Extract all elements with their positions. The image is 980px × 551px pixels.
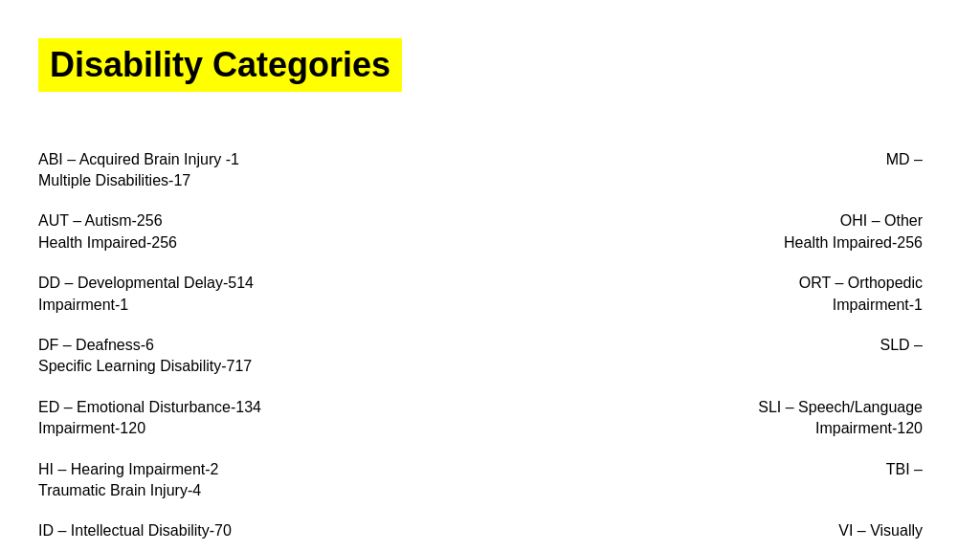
category-right-5: TBI –	[490, 450, 942, 512]
category-right-4: SLI – Speech/LanguageImpairment-120	[490, 387, 942, 450]
page-container: Disability Categories ABI – Acquired Bra…	[0, 0, 980, 551]
category-right-1: OHI – OtherHealth Impaired-256	[490, 201, 942, 263]
category-right-6: VI – Visually	[490, 511, 942, 551]
category-right-2: ORT – OrthopedicImpairment-1	[490, 263, 942, 325]
category-left-5: HI – Hearing Impairment-2Traumatic Brain…	[38, 450, 490, 512]
title-wrapper: Disability Categories	[38, 38, 402, 92]
page-title: Disability Categories	[50, 46, 390, 84]
category-left-4: ED – Emotional Disturbance-134Impairment…	[38, 387, 490, 450]
categories-grid: ABI – Acquired Brain Injury -1Multiple D…	[38, 140, 942, 551]
category-left-3: DF – Deafness-6Specific Learning Disabil…	[38, 325, 490, 387]
category-right-3: SLD –	[490, 325, 942, 387]
category-left-6: ID – Intellectual Disability-70	[38, 511, 490, 551]
category-left-1: AUT – Autism-256Health Impaired-256	[38, 201, 490, 263]
category-left-2: DD – Developmental Delay-514Impairment-1	[38, 263, 490, 325]
category-right-0: MD –	[490, 140, 942, 202]
category-left-0: ABI – Acquired Brain Injury -1Multiple D…	[38, 140, 490, 202]
